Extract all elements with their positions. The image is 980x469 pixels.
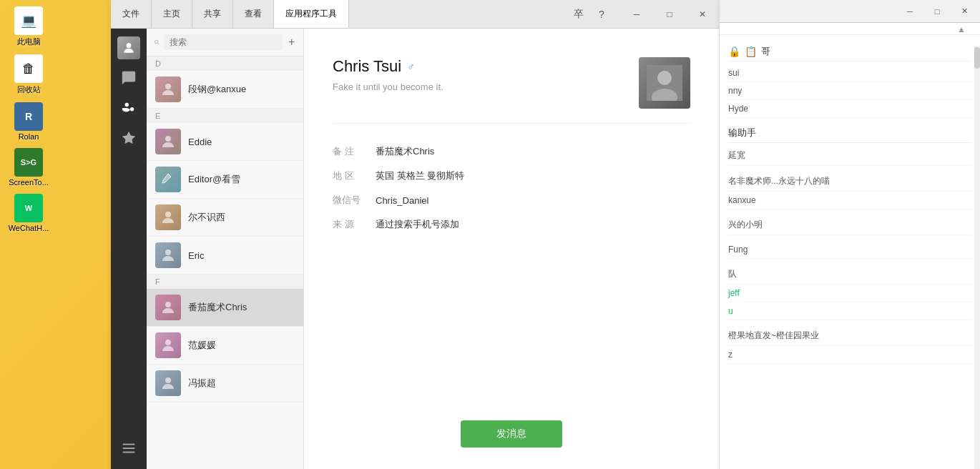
rw-maximize-button[interactable]: □ bbox=[924, 3, 950, 20]
desktop-icon-pc-label: 此电脑 bbox=[17, 36, 41, 47]
rw-item-fung[interactable]: Fung bbox=[728, 241, 971, 259]
contact-list-panel: + D 段钢@kanxue E bbox=[147, 29, 304, 469]
svg-rect-4 bbox=[123, 448, 135, 449]
contact-item-chris[interactable]: 番茄魔术Chris bbox=[147, 289, 303, 327]
desktop-icon-screento[interactable]: S>G ScreenTo... bbox=[4, 145, 54, 189]
right-window-titlebar: ─ □ ✕ bbox=[720, 0, 980, 23]
tab-home[interactable]: 主页 bbox=[152, 0, 192, 28]
sidebar-discover-button[interactable] bbox=[115, 124, 142, 152]
title-tabs: 文件 主页 共享 查看 应用程序工具 bbox=[111, 0, 349, 28]
rw-item-hyde[interactable]: Hyde bbox=[728, 100, 971, 118]
svg-point-8 bbox=[165, 84, 171, 89]
detail-label-remark: 备 注 bbox=[333, 145, 376, 158]
detail-value-region: 英国 英格兰 曼彻斯特 bbox=[376, 169, 464, 182]
profile-header: Chris Tsui ♂ Fake it until you become it… bbox=[333, 57, 690, 124]
scrollbar-thumb[interactable] bbox=[974, 47, 980, 69]
contact-avatar-eddie bbox=[155, 129, 181, 154]
contact-item-eddie[interactable]: Eddie bbox=[147, 123, 303, 161]
profile-name-area: Chris Tsui ♂ Fake it until you become it… bbox=[333, 57, 444, 92]
contact-name-editor: Editor@看雪 bbox=[188, 173, 240, 186]
sidebar-icons bbox=[111, 29, 147, 469]
close-button[interactable]: ✕ bbox=[686, 0, 719, 28]
desktop-icon-wechat[interactable]: W WeChatH... bbox=[4, 191, 54, 235]
rw-item-kanxue[interactable]: kanxue bbox=[728, 192, 971, 209]
help-icon[interactable]: ? bbox=[592, 4, 612, 24]
contact-avatar-editor bbox=[155, 167, 181, 192]
detail-value-wechatid: Chris_Daniel bbox=[376, 195, 428, 206]
sidebar-chat-button[interactable] bbox=[115, 64, 142, 92]
send-message-button[interactable]: 发消息 bbox=[461, 420, 562, 448]
svg-point-1 bbox=[125, 103, 129, 107]
desktop: 💻 此电脑 🗑 回收站 R Rolan S>G ScreenTo... W We… bbox=[0, 0, 980, 469]
contact-item-fan[interactable]: 范媛媛 bbox=[147, 327, 303, 365]
desktop-icon-rolan-label: Rolan bbox=[19, 132, 39, 141]
contact-item-duangang[interactable]: 段钢@kanxue bbox=[147, 71, 303, 109]
sidebar-menu-button[interactable] bbox=[115, 435, 142, 462]
desktop-icon-recycle[interactable]: 🗑 回收站 bbox=[4, 51, 54, 98]
sidebar-avatar[interactable] bbox=[115, 34, 142, 61]
desktop-icon-screento-label: ScreenTo... bbox=[9, 178, 49, 187]
title-bar: 文件 主页 共享 查看 应用程序工具 卒 ? ─ bbox=[111, 0, 719, 29]
rw-item-jeff[interactable]: jeff bbox=[728, 285, 971, 302]
pin-icon[interactable]: 卒 bbox=[569, 4, 589, 24]
rw-section-header-2: 输助手 bbox=[728, 124, 971, 143]
rw-item-sui[interactable]: sui bbox=[728, 64, 971, 82]
main-area: + D 段钢@kanxue E bbox=[111, 29, 719, 469]
svg-point-12 bbox=[165, 302, 171, 307]
minimize-button[interactable]: ─ bbox=[620, 0, 653, 28]
rw-header-label-ge: 哥 bbox=[761, 45, 770, 58]
sidebar-contacts-button[interactable] bbox=[115, 94, 142, 122]
rw-section-header-icon2: 📋 bbox=[745, 46, 757, 57]
svg-point-14 bbox=[165, 377, 171, 383]
contact-item-eric[interactable]: Eric bbox=[147, 237, 303, 275]
rw-item-z[interactable]: z bbox=[728, 346, 971, 364]
search-bar: + bbox=[147, 29, 303, 56]
maximize-button[interactable]: □ bbox=[653, 0, 686, 28]
tab-file[interactable]: 文件 bbox=[111, 0, 152, 28]
contact-avatar-duangang bbox=[155, 76, 181, 102]
detail-value-source: 通过搜索手机号添加 bbox=[376, 218, 459, 231]
profile-motto: Fake it until you become it. bbox=[333, 82, 444, 92]
contact-item-editor[interactable]: Editor@看雪 bbox=[147, 161, 303, 199]
detail-value-remark: 番茄魔术Chris bbox=[376, 145, 434, 158]
rw-item-magic[interactable]: 名非魔术师...永远十八的喵 bbox=[728, 172, 971, 192]
detail-label-region: 地 区 bbox=[333, 169, 376, 182]
desktop-icon-pc[interactable]: 💻 此电脑 bbox=[4, 4, 54, 50]
svg-rect-5 bbox=[123, 452, 135, 453]
contact-item-feng[interactable]: 冯振超 bbox=[147, 365, 303, 403]
rw-minimize-button[interactable]: ─ bbox=[897, 3, 923, 20]
tab-share[interactable]: 共享 bbox=[192, 0, 233, 28]
contact-avatar-fan bbox=[155, 332, 181, 358]
window-controls: ─ □ ✕ bbox=[620, 0, 719, 28]
svg-line-7 bbox=[158, 44, 160, 45]
contact-avatar-eric bbox=[155, 242, 181, 268]
rw-item-u[interactable]: u bbox=[728, 302, 971, 320]
explorer-action-icons: 卒 ? bbox=[569, 4, 612, 24]
add-contact-button[interactable]: + bbox=[287, 34, 296, 50]
desktop-icon-rolan[interactable]: R Rolan bbox=[4, 99, 54, 144]
contact-item-er[interactable]: 尔不识西 bbox=[147, 199, 303, 237]
desktop-icon-recycle-label: 回收站 bbox=[17, 84, 41, 95]
scroll-up-indicator: ▲ bbox=[720, 23, 980, 35]
tab-app-tools[interactable]: 应用程序工具 bbox=[274, 0, 349, 28]
svg-rect-3 bbox=[123, 444, 135, 445]
section-header-d: D bbox=[147, 56, 303, 71]
rw-item-xingming[interactable]: 兴的小明 bbox=[728, 215, 971, 235]
profile-detail-source: 来 源 通过搜索手机号添加 bbox=[333, 218, 690, 231]
contact-avatar-feng bbox=[155, 370, 181, 396]
rw-item-yankuan[interactable]: 延宽 bbox=[728, 146, 971, 166]
rw-close-button[interactable]: ✕ bbox=[951, 3, 977, 20]
rw-item-team[interactable]: 队 bbox=[728, 265, 971, 285]
contact-avatar-er bbox=[155, 204, 181, 230]
search-input[interactable] bbox=[164, 34, 283, 50]
right-panel-scrollbar[interactable] bbox=[974, 46, 980, 469]
rw-item-orange[interactable]: 橙果地直发~橙佳园果业 bbox=[728, 326, 971, 346]
svg-point-10 bbox=[165, 212, 171, 217]
profile-detail-remark: 备 注 番茄魔术Chris bbox=[333, 145, 690, 158]
rw-item-nny[interactable]: nny bbox=[728, 82, 971, 100]
contact-name-er: 尔不识西 bbox=[188, 211, 225, 224]
tab-view[interactable]: 查看 bbox=[233, 0, 274, 28]
sidebar-bottom bbox=[115, 435, 142, 462]
profile-photo bbox=[639, 57, 690, 109]
search-icon bbox=[154, 37, 160, 47]
